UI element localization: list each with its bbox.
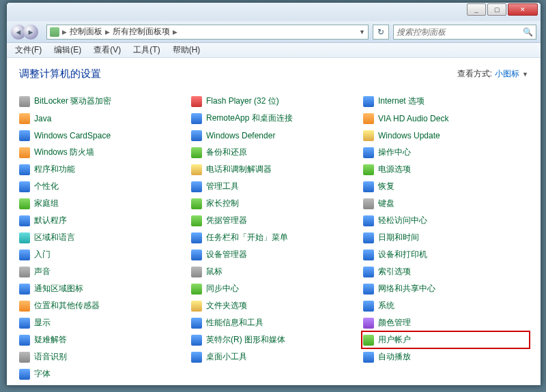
credentials-icon xyxy=(191,215,202,226)
cp-item-label: BitLocker 驱动器加密 xyxy=(34,95,111,107)
search-box[interactable]: 🔍 xyxy=(393,25,536,40)
cp-item-label: 日期和时间 xyxy=(378,232,419,243)
sync-center-icon xyxy=(191,284,202,295)
cp-item-credentials[interactable]: 凭据管理器 xyxy=(191,213,356,228)
cp-item-label: 默认程序 xyxy=(34,215,67,226)
cp-item-mouse[interactable]: 鼠标 xyxy=(191,265,356,279)
breadcrumb-item[interactable]: 控制面板 xyxy=(70,26,102,37)
cp-item-autoplay[interactable]: 自动播放 xyxy=(363,350,528,364)
cp-item-label: 颜色管理 xyxy=(378,317,411,329)
cp-item-keyboard[interactable]: 键盘 xyxy=(363,196,528,211)
refresh-button[interactable]: ↻ xyxy=(373,25,389,40)
homegroup-icon xyxy=(19,198,30,209)
cp-item-admin-tools[interactable]: 管理工具 xyxy=(191,179,356,194)
chevron-right-icon: ▶ xyxy=(62,29,67,35)
cp-item-cardspace[interactable]: Windows CardSpace xyxy=(19,128,184,142)
cp-item-sync-center[interactable]: 同步中心 xyxy=(191,282,356,296)
cp-item-troubleshooting[interactable]: 疑难解答 xyxy=(19,333,184,347)
menu-edit[interactable]: 编辑(E) xyxy=(48,43,87,57)
mouse-icon xyxy=(191,267,202,277)
close-button[interactable]: ✕ xyxy=(508,3,538,16)
address-dropdown-icon[interactable]: ▼ xyxy=(359,29,365,35)
cp-item-java[interactable]: Java xyxy=(19,111,184,125)
remoteapp-icon xyxy=(191,113,202,124)
cp-item-getting-started[interactable]: 入门 xyxy=(19,247,184,262)
cp-item-internet-options[interactable]: Internet 选项 xyxy=(363,94,528,108)
flash-player-icon xyxy=(191,96,202,107)
search-icon[interactable]: 🔍 xyxy=(523,27,533,37)
cp-item-label: Flash Player (32 位) xyxy=(206,95,279,107)
cp-item-backup[interactable]: 备份和还原 xyxy=(191,145,356,160)
cp-item-label: 家长控制 xyxy=(206,198,239,209)
cp-item-parental[interactable]: 家长控制 xyxy=(191,196,356,211)
cp-item-label: 管理工具 xyxy=(206,181,239,192)
gadgets-icon xyxy=(191,352,202,363)
search-input[interactable] xyxy=(397,27,523,37)
region-icon xyxy=(19,232,30,243)
cp-item-color-management[interactable]: 颜色管理 xyxy=(363,316,528,330)
cp-item-label: 恢复 xyxy=(378,181,394,192)
cp-item-label: 显示 xyxy=(34,317,51,329)
cp-item-homegroup[interactable]: 家庭组 xyxy=(19,196,184,211)
cp-item-display[interactable]: 显示 xyxy=(19,316,184,330)
menu-file[interactable]: 文件(F) xyxy=(10,43,47,57)
taskbar-icon xyxy=(191,232,202,243)
cp-item-defender[interactable]: Windows Defender xyxy=(191,128,356,142)
view-by-value[interactable]: 小图标 xyxy=(495,68,519,80)
cp-item-windows-update[interactable]: Windows Update xyxy=(363,128,528,142)
maximize-button[interactable]: ▢ xyxy=(487,3,506,16)
menu-help[interactable]: 帮助(H) xyxy=(167,43,206,57)
cp-item-label: 入门 xyxy=(34,249,51,260)
cp-item-recovery[interactable]: 恢复 xyxy=(363,179,528,194)
personalization-icon xyxy=(19,181,30,192)
cp-item-personalization[interactable]: 个性化 xyxy=(19,179,184,194)
cp-item-notification-icons[interactable]: 通知区域图标 xyxy=(19,282,184,296)
cp-item-gadgets[interactable]: 桌面小工具 xyxy=(191,350,356,364)
breadcrumb-item[interactable]: 所有控制面板项 xyxy=(113,26,170,37)
getting-started-icon xyxy=(19,250,30,260)
cp-item-system[interactable]: 系统 xyxy=(363,299,528,313)
cp-item-indexing[interactable]: 索引选项 xyxy=(363,265,528,279)
cp-item-default-programs[interactable]: 默认程序 xyxy=(19,213,184,228)
cp-item-device-manager[interactable]: 设备管理器 xyxy=(191,247,356,262)
menu-view[interactable]: 查看(V) xyxy=(88,43,126,57)
cp-item-label: 系统 xyxy=(378,300,394,312)
minimize-button[interactable]: _ xyxy=(467,3,486,16)
cp-item-taskbar[interactable]: 任务栏和「开始」菜单 xyxy=(191,230,356,245)
cp-item-ease-of-access[interactable]: 轻松访问中心 xyxy=(363,213,528,228)
cp-item-action-center[interactable]: 操作中心 xyxy=(363,145,528,160)
cp-item-label: Internet 选项 xyxy=(378,95,425,107)
cp-item-remoteapp[interactable]: RemoteApp 和桌面连接 xyxy=(191,111,356,125)
cp-item-user-accounts[interactable]: 用户帐户 xyxy=(363,333,528,347)
cp-item-region[interactable]: 区域和语言 xyxy=(19,230,184,245)
cp-item-intel-graphics[interactable]: 英特尔(R) 图形和媒体 xyxy=(191,333,356,347)
chevron-down-icon[interactable]: ▼ xyxy=(522,71,528,78)
cp-item-fonts[interactable]: 字体 xyxy=(19,367,184,381)
cp-item-label: 索引选项 xyxy=(378,266,411,277)
cp-item-location-sensors[interactable]: 位置和其他传感器 xyxy=(19,299,184,313)
cp-item-power-options[interactable]: 电源选项 xyxy=(363,162,528,177)
cp-item-phone-modem[interactable]: 电话和调制解调器 xyxy=(191,162,356,177)
sound-icon xyxy=(19,267,30,277)
network-sharing-icon xyxy=(363,284,374,295)
cp-item-firewall[interactable]: Windows 防火墙 xyxy=(19,145,184,160)
devices-printers-icon xyxy=(363,250,374,260)
cp-item-speech[interactable]: 语音识别 xyxy=(19,350,184,364)
cp-item-date-time[interactable]: 日期和时间 xyxy=(363,230,528,245)
cp-item-folder-options[interactable]: 文件夹选项 xyxy=(191,299,356,313)
cp-item-programs[interactable]: 程序和功能 xyxy=(19,162,184,177)
cp-item-label: Windows 防火墙 xyxy=(34,147,94,158)
cp-item-network-sharing[interactable]: 网络和共享中心 xyxy=(363,282,528,296)
cp-item-via-audio[interactable]: VIA HD Audio Deck xyxy=(363,111,528,125)
menu-tools[interactable]: 工具(T) xyxy=(128,43,165,57)
cp-item-performance[interactable]: 性能信息和工具 xyxy=(191,316,356,330)
cp-item-bitlocker[interactable]: BitLocker 驱动器加密 xyxy=(19,94,184,108)
cp-item-label: Windows CardSpace xyxy=(34,131,111,140)
cp-item-label: 家庭组 xyxy=(34,198,59,209)
power-options-icon xyxy=(363,164,374,175)
cp-item-sound[interactable]: 声音 xyxy=(19,265,184,279)
cp-item-flash-player[interactable]: Flash Player (32 位) xyxy=(191,94,356,108)
forward-button[interactable]: ► xyxy=(23,25,38,40)
cp-item-devices-printers[interactable]: 设备和打印机 xyxy=(363,247,528,262)
address-bar[interactable]: ▶ 控制面板 ▶ 所有控制面板项 ▶ ▼ xyxy=(46,25,369,40)
